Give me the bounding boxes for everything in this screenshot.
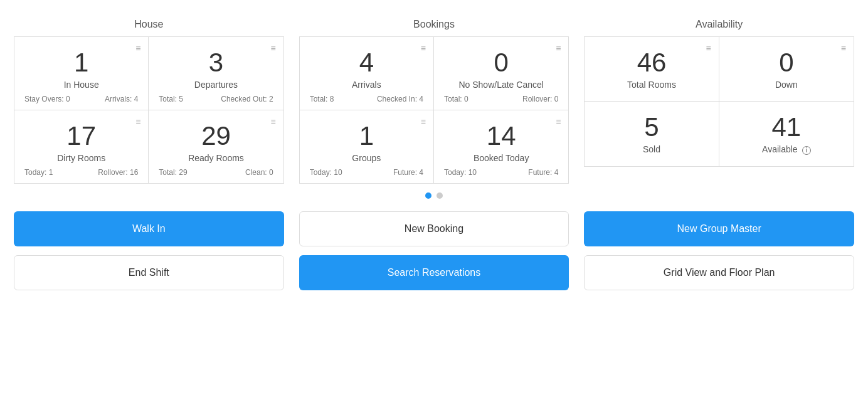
arrivals-footer: Total: 8 Checked In: 4 [310,95,423,103]
dirty-rooms-card: ≡ 17 Dirty Rooms Today: 1 Rollover: 16 [14,110,149,183]
availability-section: ≡ 46 Total Rooms ≡ 0 Down 5 Sold [584,36,854,184]
in-house-card: ≡ 1 In House Stay Overs: 0 Arrivals: 4 [14,37,149,110]
availability-row-1: ≡ 46 Total Rooms ≡ 0 Down [584,36,854,101]
in-house-footer-right: Arrivals: 4 [105,95,138,103]
in-house-filter-icon[interactable]: ≡ [135,43,140,53]
groups-filter-icon[interactable]: ≡ [421,117,426,127]
booked-today-footer-right: Future: 4 [528,168,558,177]
pagination-dot-2[interactable] [437,192,443,199]
available-info-icon[interactable]: i [802,146,811,155]
sold-card: 5 Sold [585,102,719,166]
departures-label: Departures [159,80,273,90]
house-section-label: House [14,19,284,30]
booked-today-card: ≡ 14 Booked Today Today: 10 Future: 4 [434,110,568,183]
ready-rooms-filter-icon[interactable]: ≡ [270,117,275,127]
walk-in-button[interactable]: Walk In [14,211,284,246]
available-label: Available i [729,144,844,154]
arrivals-label: Arrivals [310,80,423,90]
arrivals-filter-icon[interactable]: ≡ [421,43,426,53]
down-number: 0 [729,48,844,77]
ready-rooms-card: ≡ 29 Ready Rooms Total: 29 Clean: 0 [149,110,283,183]
dirty-rooms-number: 17 [24,122,138,150]
dirty-rooms-filter-icon[interactable]: ≡ [135,117,140,127]
total-rooms-card: ≡ 46 Total Rooms [585,37,719,101]
sections-header-row: House Bookings Availability [14,19,854,36]
search-reservations-button[interactable]: Search Reservations [299,255,569,290]
arrivals-number: 4 [310,48,423,77]
bookings-section: ≡ 4 Arrivals Total: 8 Checked In: 4 ≡ 0 … [299,36,569,184]
booked-today-number: 14 [444,122,558,150]
pagination-dot-1[interactable] [425,192,431,199]
dirty-rooms-footer-right: Rollover: 16 [98,168,138,177]
bookings-row-2: ≡ 1 Groups Today: 10 Future: 4 ≡ 14 Book… [299,110,569,184]
in-house-footer: Stay Overs: 0 Arrivals: 4 [24,95,138,103]
action-buttons-row-1: Walk In New Booking New Group Master [14,211,854,246]
ready-rooms-label: Ready Rooms [159,153,273,163]
end-shift-button[interactable]: End Shift [14,255,284,290]
pagination-dots [14,192,854,199]
available-number: 41 [729,113,844,142]
departures-footer-right: Checked Out: 2 [221,95,273,103]
in-house-label: In House [24,80,138,90]
booked-today-footer: Today: 10 Future: 4 [444,168,558,177]
all-sections: ≡ 1 In House Stay Overs: 0 Arrivals: 4 ≡… [14,36,854,184]
bookings-row-1: ≡ 4 Arrivals Total: 8 Checked In: 4 ≡ 0 … [299,36,569,110]
no-show-card: ≡ 0 No Show/Late Cancel Total: 0 Rollove… [434,37,568,110]
dashboard: House Bookings Availability ≡ 1 In House… [14,19,854,299]
new-group-master-button[interactable]: New Group Master [584,211,854,246]
in-house-footer-left: Stay Overs: 0 [24,95,70,103]
house-section: ≡ 1 In House Stay Overs: 0 Arrivals: 4 ≡… [14,36,284,184]
no-show-footer-left: Total: 0 [444,95,468,103]
dirty-rooms-footer: Today: 1 Rollover: 16 [24,168,138,177]
departures-footer: Total: 5 Checked Out: 2 [159,95,273,103]
no-show-label: No Show/Late Cancel [444,80,558,90]
total-rooms-number: 46 [595,48,708,77]
no-show-footer: Total: 0 Rollover: 0 [444,95,558,103]
no-show-filter-icon[interactable]: ≡ [556,43,561,53]
booked-today-footer-left: Today: 10 [444,168,477,177]
arrivals-card: ≡ 4 Arrivals Total: 8 Checked In: 4 [300,37,434,110]
total-rooms-label: Total Rooms [595,80,708,90]
dirty-rooms-footer-left: Today: 1 [24,168,53,177]
new-booking-button[interactable]: New Booking [299,211,569,246]
in-house-number: 1 [24,48,138,77]
groups-footer-right: Future: 4 [393,168,423,177]
ready-rooms-number: 29 [159,122,273,150]
ready-rooms-footer: Total: 29 Clean: 0 [159,168,273,177]
departures-footer-left: Total: 5 [159,95,183,103]
sold-label: Sold [595,144,708,154]
no-show-footer-right: Rollover: 0 [522,95,558,103]
available-card: 41 Available i [719,102,854,166]
booked-today-filter-icon[interactable]: ≡ [556,117,561,127]
groups-card: ≡ 1 Groups Today: 10 Future: 4 [300,110,434,183]
ready-rooms-footer-left: Total: 29 [159,168,187,177]
down-card: ≡ 0 Down [719,37,854,101]
booked-today-label: Booked Today [444,153,558,163]
action-buttons-row-2: End Shift Search Reservations Grid View … [14,255,854,290]
availability-row-2: 5 Sold 41 Available i [584,101,854,166]
arrivals-footer-left: Total: 8 [310,95,334,103]
total-rooms-filter-icon[interactable]: ≡ [706,43,711,53]
arrivals-footer-right: Checked In: 4 [377,95,423,103]
departures-number: 3 [159,48,273,77]
ready-rooms-footer-right: Clean: 0 [245,168,273,177]
grid-view-button[interactable]: Grid View and Floor Plan [584,255,854,290]
groups-number: 1 [310,122,423,150]
availability-section-label: Availability [584,19,854,30]
groups-label: Groups [310,153,423,163]
down-label: Down [729,80,844,90]
dirty-rooms-label: Dirty Rooms [24,153,138,163]
house-row-2: ≡ 17 Dirty Rooms Today: 1 Rollover: 16 ≡… [14,110,284,184]
house-row-1: ≡ 1 In House Stay Overs: 0 Arrivals: 4 ≡… [14,36,284,110]
groups-footer-left: Today: 10 [310,168,342,177]
no-show-number: 0 [444,48,558,77]
departures-filter-icon[interactable]: ≡ [270,43,275,53]
departures-card: ≡ 3 Departures Total: 5 Checked Out: 2 [149,37,283,110]
sold-number: 5 [595,113,708,142]
groups-footer: Today: 10 Future: 4 [310,168,423,177]
bookings-section-label: Bookings [299,19,569,30]
down-filter-icon[interactable]: ≡ [841,43,846,53]
